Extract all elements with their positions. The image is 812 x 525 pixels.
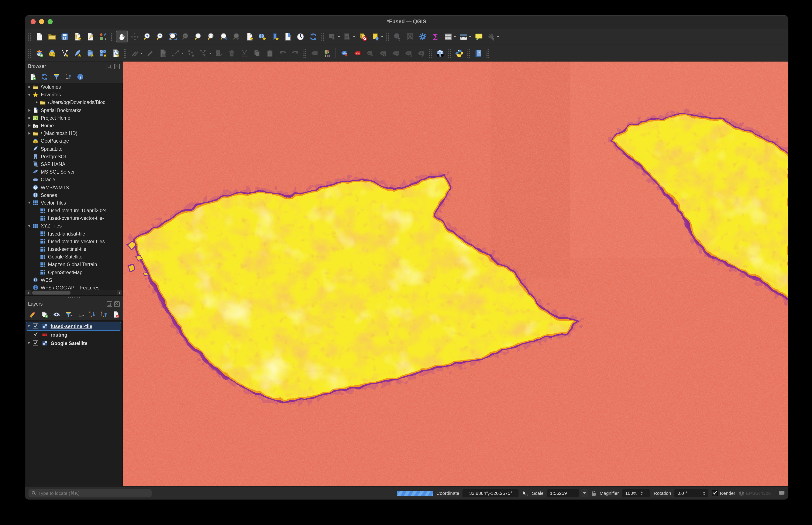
browser-item-wcs[interactable]: WCS — [26, 276, 122, 284]
magnifier-down-icon[interactable] — [641, 493, 643, 496]
processing-toolbox-button[interactable] — [417, 31, 429, 42]
statistics-summary-button[interactable]: Σ — [429, 31, 441, 42]
chevron-down-icon[interactable] — [27, 92, 31, 97]
labeling-options-button[interactable]: ab — [338, 47, 350, 59]
chevron-right-icon[interactable] — [27, 86, 31, 88]
layers-expand-all-button[interactable] — [88, 310, 97, 319]
layers-close-icon[interactable] — [114, 301, 120, 306]
minimize-window-button[interactable] — [39, 19, 44, 24]
browser-item-ms-sql-server[interactable]: MS SQL Server — [26, 168, 122, 176]
title-bar[interactable]: *Fused — QGIS — [25, 15, 788, 28]
rotation-up-icon[interactable] — [703, 490, 705, 493]
browser-collapse-all-button[interactable] — [64, 73, 73, 81]
map-tips-button[interactable] — [473, 31, 485, 42]
magnifier-field[interactable]: 100% — [622, 489, 650, 497]
browser-item-home[interactable]: Home — [26, 122, 122, 130]
python-console-button[interactable] — [453, 47, 465, 59]
layers-filter-legend-button[interactable] — [64, 310, 73, 319]
browser-close-icon[interactable] — [114, 63, 120, 69]
zoom-full-extent-button[interactable] — [167, 31, 179, 42]
locator-search[interactable] — [28, 489, 152, 497]
browser-refresh-button[interactable] — [40, 73, 49, 81]
temporal-controller-button[interactable] — [294, 31, 306, 42]
chevron-right-icon[interactable] — [27, 117, 31, 119]
new-spatial-bookmark-button[interactable] — [269, 31, 281, 42]
panel-splitter[interactable] — [25, 296, 123, 299]
add-vector-tile-layer-button[interactable] — [109, 47, 121, 59]
browser-item-scenes[interactable]: Scenes — [26, 191, 122, 199]
layer-visibility-checkbox[interactable] — [33, 332, 38, 338]
zoom-out-button[interactable] — [154, 31, 166, 42]
layers-remove-button[interactable] — [112, 310, 120, 319]
zoom-native-button[interactable]: 1:1 — [205, 31, 217, 42]
browser-item-favorites[interactable]: Favorites — [26, 91, 122, 99]
zoom-window-button[interactable] — [47, 19, 53, 24]
extent-toggle-icon[interactable] — [522, 490, 529, 496]
browser-item-users-pg-downloads-biodi[interactable]: /Users/pg/Downloads/Biodi — [26, 99, 122, 106]
open-project-button[interactable] — [46, 31, 58, 42]
browser-properties-widget-button[interactable]: i — [76, 73, 85, 81]
scroll-right-icon[interactable] — [117, 290, 122, 295]
browser-item-geopackage[interactable]: GeoPackage — [26, 137, 122, 145]
browser-item-oracle[interactable]: Oracle — [26, 176, 122, 183]
browser-filter-button[interactable] — [52, 73, 61, 81]
chevron-down-icon[interactable] — [26, 324, 31, 329]
browser-item-postgresql[interactable]: PostgreSQL — [26, 153, 122, 160]
chevron-down-icon[interactable] — [27, 200, 31, 205]
select-by-value-button[interactable] — [369, 31, 381, 42]
add-vector-layer-button[interactable] — [59, 47, 71, 59]
save-project-button[interactable] — [59, 31, 71, 42]
show-unplaced-labels-button[interactable]: abc — [351, 47, 363, 59]
browser-item-mapzen-global-terrain[interactable]: Mapzen Global Terrain — [26, 261, 122, 268]
browser-item-spatial-bookmarks[interactable]: Spatial Bookmarks — [26, 106, 122, 114]
zoom-last-button[interactable] — [218, 31, 230, 42]
browser-item-fused-overture-vector-tiles[interactable]: fused-overture-vector-tiles — [26, 238, 122, 245]
close-window-button[interactable] — [31, 19, 36, 24]
map-canvas[interactable] — [123, 62, 788, 486]
help-contents-button[interactable]: ? — [472, 47, 484, 59]
browser-item-xyz-tiles[interactable]: XYZ Tiles — [26, 222, 122, 230]
layer-item-routing[interactable]: routing — [26, 331, 121, 339]
layer-visibility-checkbox[interactable] — [33, 324, 38, 329]
layer-item-fused-sentinel-tile[interactable]: fused-sentinel-tile — [26, 322, 121, 330]
browser-item-google-satellite[interactable]: Google Satellite — [26, 253, 122, 260]
scale-dropdown-icon[interactable] — [581, 489, 588, 497]
layer-diagram-button[interactable] — [321, 47, 333, 59]
show-spatial-bookmarks-button[interactable] — [282, 31, 293, 42]
browser-horizontal-scrollbar[interactable] — [26, 290, 122, 295]
layers-float-icon[interactable] — [107, 301, 112, 306]
messages-icon[interactable] — [779, 490, 785, 496]
layers-manage-themes-dropdown-icon[interactable] — [58, 315, 61, 317]
browser-float-icon[interactable] — [107, 63, 112, 69]
magnifier-up-icon[interactable] — [641, 490, 643, 493]
chevron-right-icon[interactable] — [34, 101, 39, 104]
chevron-right-icon[interactable] — [27, 109, 31, 111]
browser-item-fused-overture-vector-tile[interactable]: fused-overture-vector-tile- — [26, 214, 122, 222]
browser-item-project-home[interactable]: Project Home — [26, 114, 122, 122]
metasearch-button[interactable] — [434, 47, 446, 59]
layers-manage-themes-button[interactable] — [52, 310, 61, 319]
browser-item-fused-sentinel-tile[interactable]: fused-sentinel-tile — [26, 245, 122, 253]
chevron-right-icon[interactable] — [27, 124, 31, 127]
crs-indicator[interactable]: EPSG:4326 — [739, 490, 771, 496]
browser-item-wms-wmts[interactable]: WMS/WMTS — [26, 183, 122, 191]
add-mesh-layer-button[interactable] — [84, 47, 96, 59]
layers-open-styling-button[interactable] — [28, 310, 37, 319]
browser-item-spatialite[interactable]: SpatiaLite — [26, 145, 122, 153]
deselect-features-button[interactable] — [357, 31, 369, 42]
coordinate-field[interactable]: 33.8864°,-120.2575° — [463, 489, 519, 497]
zoom-to-layer-button[interactable] — [192, 31, 204, 42]
add-virtual-layer-button[interactable] — [97, 47, 109, 59]
new-3d-map-view-button[interactable] — [256, 31, 268, 42]
add-spatialite-layer-button[interactable] — [71, 47, 83, 59]
layers-filter-legend-dropdown-icon[interactable] — [70, 315, 73, 317]
measure-button[interactable] — [457, 31, 469, 42]
browser-item-fused-overture-10april2024[interactable]: fused-overture-10april2024 — [26, 207, 122, 214]
new-print-layout-button[interactable] — [71, 31, 83, 42]
scroll-thumb[interactable] — [32, 291, 71, 295]
style-manager-button[interactable]: a — [97, 31, 109, 42]
rotation-down-icon[interactable] — [703, 493, 705, 496]
browser-item-vector-tiles[interactable]: Vector Tiles — [26, 199, 122, 207]
rotation-field[interactable]: 0.0 ° — [675, 489, 708, 497]
layers-add-group-button[interactable] — [40, 310, 49, 319]
